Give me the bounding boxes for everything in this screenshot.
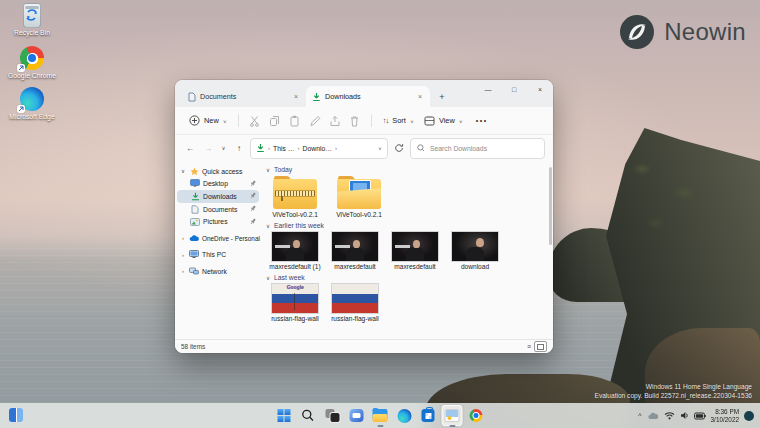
search-box[interactable] <box>410 138 545 159</box>
sidebar-item-downloads[interactable]: Downloads <box>177 190 259 203</box>
flag-thumbnail: Google <box>272 284 318 313</box>
download-arrow-icon <box>190 191 200 201</box>
store-button[interactable] <box>418 405 439 426</box>
task-view-button[interactable] <box>322 405 343 426</box>
sidebar-item-this-pc[interactable]: › This PC <box>177 249 259 262</box>
breadcrumb-this-pc[interactable]: This … <box>273 145 295 152</box>
desktop-icon-google-chrome[interactable]: Google Chrome <box>4 45 60 80</box>
recent-locations-chevron[interactable]: ∨ <box>219 145 228 151</box>
vertical-scrollbar[interactable] <box>549 165 552 335</box>
scrollbar-thumb[interactable] <box>549 167 552 245</box>
start-button[interactable] <box>274 405 295 426</box>
titlebar[interactable]: Documents × Downloads × + — □ × <box>175 80 553 107</box>
file-item-flag[interactable]: russian-flag-wall <box>326 284 384 323</box>
clock[interactable]: 8:36 PM 3/10/2022 <box>711 408 739 424</box>
tray-chevron-up-icon[interactable]: ^ <box>638 412 641 419</box>
desktop-icon-recycle-bin[interactable]: Recycle Bin <box>4 2 60 37</box>
file-item-image[interactable]: maxresdefault (1) <box>266 232 324 271</box>
document-icon <box>188 92 196 102</box>
back-button[interactable]: ← <box>183 144 197 153</box>
file-item-image[interactable]: download <box>446 232 504 271</box>
collapse-chevron-icon[interactable]: ∨ <box>266 167 270 173</box>
tray-time: 8:36 PM <box>711 408 739 416</box>
chat-button[interactable] <box>346 405 367 426</box>
file-item-image[interactable]: maxresdefault <box>386 232 444 271</box>
rename-button[interactable] <box>305 113 325 129</box>
copy-button[interactable] <box>265 113 285 129</box>
widgets-icon[interactable] <box>9 408 23 422</box>
wifi-icon[interactable] <box>664 411 675 420</box>
group-header-last-week[interactable]: ∨ Last week <box>266 274 545 281</box>
watermark-line1: Windows 11 Home Single Language <box>594 382 752 391</box>
breadcrumb-downloads[interactable]: Downlo… <box>303 145 332 152</box>
file-explorer-button[interactable] <box>370 405 391 426</box>
microsoft-store-icon <box>422 409 435 422</box>
sidebar-item-onedrive[interactable]: › OneDrive - Personal <box>177 232 259 245</box>
collapse-chevron-icon[interactable]: ∨ <box>266 223 270 229</box>
file-item-folder[interactable]: ViVeTool-v0.2.1 <box>330 176 388 219</box>
tab-documents[interactable]: Documents × <box>182 86 306 107</box>
share-button[interactable] <box>325 113 345 129</box>
watermark-line2: Evaluation copy. Build 22572.ni_release.… <box>594 391 752 400</box>
file-item-flag[interactable]: Google russian-flag-wall <box>266 284 324 323</box>
see-more-button[interactable]: ••• <box>476 117 488 124</box>
sidebar-item-documents[interactable]: Documents <box>177 203 259 216</box>
sidebar-item-pictures[interactable]: Pictures <box>177 215 259 228</box>
address-bar[interactable]: › This … › Downlo… › ∨ <box>250 138 388 159</box>
sidebar-item-network[interactable]: › Network <box>177 265 259 278</box>
refresh-button[interactable] <box>392 143 406 153</box>
close-button[interactable]: × <box>527 80 553 98</box>
large-icons-view-button[interactable] <box>534 341 547 352</box>
expand-chevron-icon[interactable]: ∨ <box>180 168 186 174</box>
toolbar-separator <box>371 114 372 127</box>
desktop-icon-label: Microsoft Edge <box>9 113 54 121</box>
desktop-icon-microsoft-edge[interactable]: Microsoft Edge <box>4 86 60 121</box>
system-tray: ^ 8:36 PM 3/10/2022 <box>638 403 754 428</box>
tray-date: 3/10/2022 <box>711 416 739 424</box>
minimize-button[interactable]: — <box>475 80 501 98</box>
file-name: russian-flag-wall <box>271 315 319 323</box>
forward-button[interactable]: → <box>201 144 215 153</box>
new-tab-button[interactable]: + <box>434 89 450 105</box>
battery-icon[interactable] <box>694 412 706 420</box>
delete-button[interactable] <box>345 113 365 129</box>
titlebar-drag-region[interactable] <box>450 80 475 107</box>
expand-chevron-icon[interactable]: › <box>180 235 186 241</box>
new-button[interactable]: New ∨ <box>184 112 232 129</box>
sidebar-item-quick-access[interactable]: ∨ Quick access <box>177 165 259 178</box>
paste-button[interactable] <box>285 113 305 129</box>
collapse-chevron-icon[interactable]: ∨ <box>266 275 270 281</box>
tab-downloads[interactable]: Downloads × <box>306 86 430 107</box>
file-item-zip[interactable]: ViVeTool-v0.2.1 <box>266 176 324 219</box>
group-row: maxresdefault (1) maxresdefault maxresde… <box>266 232 545 271</box>
cut-button[interactable] <box>245 113 265 129</box>
neowin-watermark: Neowin <box>619 14 746 50</box>
pin-icon <box>250 205 256 213</box>
tab-close-icon[interactable]: × <box>416 93 424 100</box>
search-input[interactable] <box>428 144 538 153</box>
details-view-button[interactable]: ≡ <box>527 343 531 350</box>
up-button[interactable]: ↑ <box>232 144 246 153</box>
edge-button[interactable] <box>394 405 415 426</box>
tab-close-icon[interactable]: × <box>292 93 300 100</box>
notification-badge[interactable] <box>744 411 754 421</box>
expand-chevron-icon[interactable]: › <box>180 268 186 274</box>
group-header-earlier[interactable]: ∨ Earlier this week <box>266 222 545 229</box>
sidebar-label: OneDrive - Personal <box>202 235 260 242</box>
sort-button[interactable]: ↑↓ Sort ∨ <box>378 113 419 128</box>
tray-cloud-icon[interactable] <box>647 412 659 420</box>
chrome-button[interactable] <box>466 405 487 426</box>
maximize-button[interactable]: □ <box>501 80 527 98</box>
view-button[interactable]: View ∨ <box>419 113 468 129</box>
group-header-today[interactable]: ∨ Today <box>266 166 545 173</box>
volume-icon[interactable] <box>680 411 689 420</box>
expand-chevron-icon[interactable]: › <box>180 252 186 258</box>
address-dropdown-chevron[interactable]: ∨ <box>378 146 382 151</box>
navigation-pane: ∨ Quick access Desktop <box>175 161 261 339</box>
search-button[interactable] <box>298 405 319 426</box>
sidebar-label: This PC <box>202 251 226 258</box>
active-app-button[interactable] <box>442 405 463 426</box>
file-name: download <box>461 263 489 271</box>
file-item-image[interactable]: maxresdefault <box>326 232 384 271</box>
sidebar-item-desktop[interactable]: Desktop <box>177 178 259 191</box>
